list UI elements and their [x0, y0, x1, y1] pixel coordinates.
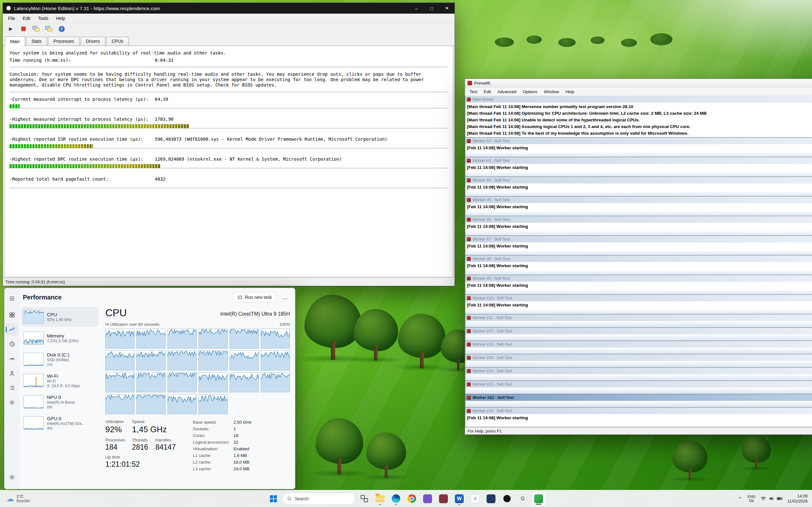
document-app-icon[interactable]: ≡ [468, 492, 482, 506]
worker-window[interactable]: Worker #16 - Self-Test [Feb 11 14:08] Wo… [465, 407, 812, 427]
monitor-report-icon[interactable] [32, 24, 41, 33]
stop-button[interactable] [19, 24, 28, 33]
worker-window[interactable]: Worker #5 - Self-Test [Feb 11 14:08] Wor… [465, 196, 812, 216]
worker-window[interactable]: Worker #8 - Self-Test [Feb 11 14:08] Wor… [465, 256, 812, 275]
maximize-button[interactable]: □ [424, 3, 439, 14]
worker-titlebar[interactable]: Worker #2 - Self-Test [465, 137, 812, 144]
worker-window[interactable]: Worker #4 - Self-Test [Feb 11 14:08] Wor… [465, 177, 812, 196]
perf-sidebar-item[interactable]: NPU 0 Intel(R) AI Boost 0% [21, 392, 98, 412]
menu-item[interactable]: Window [541, 88, 562, 95]
menu-item[interactable]: Edit [480, 88, 494, 95]
menu-item[interactable]: Advanced [494, 88, 519, 95]
worker-titlebar[interactable]: Worker #16 - Self-Test [465, 407, 812, 414]
worker-window[interactable]: Worker #20 - Self-Test [465, 368, 812, 381]
screen-capture-icon[interactable] [44, 24, 54, 33]
worker-window[interactable]: Worker #6 - Self-Test [Feb 11 14:08] Wor… [465, 216, 812, 236]
file-explorer-icon[interactable] [373, 492, 387, 506]
worker-titlebar[interactable]: Worker #7 - Self-Test [465, 236, 812, 242]
menu-item[interactable]: Help [562, 88, 577, 95]
worker-titlebar[interactable]: Worker #19 - Self-Test [465, 354, 812, 361]
perf-sidebar-item[interactable]: CPU 92% 1,45 GHz [21, 307, 98, 327]
word-icon[interactable]: W [452, 492, 466, 506]
dark-circle-app-icon[interactable] [500, 492, 514, 506]
edge-browser-icon[interactable] [389, 492, 403, 506]
worker-window[interactable]: Worker #11 - Self-Test [465, 314, 812, 328]
tray-overflow-chevron-icon[interactable]: ⌃ [737, 496, 743, 501]
close-button[interactable]: ✕ [439, 3, 455, 14]
play-button[interactable]: ▶ [6, 24, 15, 33]
chrome-browser-icon[interactable] [405, 492, 419, 506]
worker-titlebar[interactable]: Worker #17 - Self-Test [465, 328, 812, 334]
menu-item[interactable]: Edit [19, 14, 34, 22]
rail-services-icon[interactable] [6, 396, 18, 408]
menu-item[interactable]: Test [466, 88, 480, 95]
worker-titlebar[interactable]: Worker #22 - Self-Test [465, 394, 812, 401]
rail-app-history-icon[interactable] [6, 338, 18, 350]
main-thread-window[interactable]: Main thread [Main thread Feb 11 14:08] M… [465, 96, 812, 137]
perf-sidebar-item[interactable]: Memory 7,2/31,5 GB (23%) [21, 328, 98, 348]
more-options-button[interactable]: … [280, 292, 291, 302]
worker-titlebar[interactable]: Worker #10 - Self-Test [465, 295, 812, 301]
active-app-icon[interactable] [531, 492, 546, 506]
maroon-app-icon[interactable] [437, 492, 450, 506]
worker-titlebar[interactable]: Worker #4 - Self-Test [465, 177, 812, 183]
menu-item[interactable]: Tools [34, 14, 52, 22]
main-thread-titlebar[interactable]: Main thread [465, 96, 812, 103]
menu-item[interactable]: File [4, 14, 19, 22]
worker-titlebar[interactable]: Worker #9 - Self-Test [465, 275, 812, 282]
hamburger-men-icon-button[interactable] [6, 292, 18, 304]
g-app-icon[interactable]: G [516, 492, 530, 506]
help-icon[interactable]: ? [57, 24, 66, 33]
cpu-core-graph [136, 372, 165, 392]
settings-gear-icon[interactable] [6, 471, 18, 483]
worker-window[interactable]: Worker #18 - Self-Test [465, 341, 812, 354]
language-indicator[interactable]: ENG DE [747, 495, 756, 503]
rail-details-icon[interactable] [6, 382, 18, 394]
worker-titlebar[interactable]: Worker #11 - Self-Test [465, 314, 812, 321]
worker-window[interactable]: Worker #21 - Self-Test [465, 381, 812, 394]
menu-item[interactable]: Help [52, 14, 69, 22]
worker-window[interactable]: Worker #7 - Self-Test [Feb 11 14:08] Wor… [465, 236, 812, 256]
worker-titlebar[interactable]: Worker #21 - Self-Test [465, 381, 812, 388]
rail-startup-apps-icon[interactable] [6, 353, 18, 365]
worker-window[interactable]: Worker #22 - Self-Test [465, 394, 812, 407]
tab[interactable]: Drivers [81, 37, 105, 46]
weather-widget[interactable]: ☁ 1°C Bewölkt [4, 490, 32, 507]
dark-blue-app-icon[interactable] [484, 492, 498, 506]
purple-app-icon[interactable] [420, 492, 435, 506]
clock[interactable]: 14:09 11/02/2026 [787, 494, 809, 504]
run-new-task-button[interactable]: Run new task [233, 292, 276, 302]
worker-window[interactable]: Worker #17 - Self-Test [465, 328, 812, 341]
search-box[interactable]: Search [282, 493, 355, 505]
rail-processes-icon[interactable] [6, 309, 18, 321]
tab[interactable]: CPUs [106, 37, 129, 46]
prime95-titlebar[interactable]: Prime95 [465, 79, 812, 88]
tab[interactable]: Stats [26, 37, 47, 46]
worker-window[interactable]: Worker #10 - Self-Test [Feb 11 14:08] Wo… [465, 295, 812, 314]
worker-window[interactable]: Worker #9 - Self-Test [Feb 11 14:08] Wor… [465, 275, 812, 295]
prime95-child-icon [467, 329, 471, 333]
rail-users-icon[interactable] [6, 367, 18, 379]
worker-titlebar[interactable]: Worker #6 - Self-Test [465, 216, 812, 223]
worker-titlebar[interactable]: Worker #3 - Self-Test [465, 157, 812, 164]
tab[interactable]: Main [5, 37, 25, 46]
perf-sidebar-item[interactable]: Wi-Fi Wi-Fi S: 24,0 R: 8,0 Kbps [21, 371, 98, 390]
task-view-icon[interactable] [357, 492, 371, 506]
worker-titlebar[interactable]: Worker #18 - Self-Test [465, 341, 812, 348]
worker-window[interactable]: Worker #2 - Self-Test [Feb 11 14:08] Wor… [465, 137, 812, 157]
tab[interactable]: Processes [48, 37, 79, 46]
minimize-button[interactable]: – [409, 3, 424, 14]
worker-titlebar[interactable]: Worker #20 - Self-Test [465, 368, 812, 374]
rail-performance-icon[interactable] [6, 324, 18, 336]
menu-item[interactable]: Options [519, 88, 541, 95]
worker-titlebar[interactable]: Worker #5 - Self-Test [465, 196, 812, 203]
worker-titlebar[interactable]: Worker #8 - Self-Test [465, 256, 812, 262]
quick-settings[interactable] [760, 496, 783, 501]
perf-sidebar-item[interactable]: Disk 0 (C:) SSD (NVMe) 1% [21, 349, 98, 369]
start-button[interactable] [266, 492, 281, 506]
worker-window[interactable]: Worker #3 - Self-Test [Feb 11 14:08] Wor… [465, 157, 812, 177]
perf-sidebar-item[interactable]: GPU 0 Intel(R) Arc(TM) Gra... 4% [21, 413, 98, 433]
cpu-core-graph [167, 372, 197, 392]
worker-window[interactable]: Worker #19 - Self-Test [465, 354, 812, 368]
latencymon-titlebar[interactable]: LatencyMon (Home Edition) v 7.31 - https… [3, 3, 455, 14]
